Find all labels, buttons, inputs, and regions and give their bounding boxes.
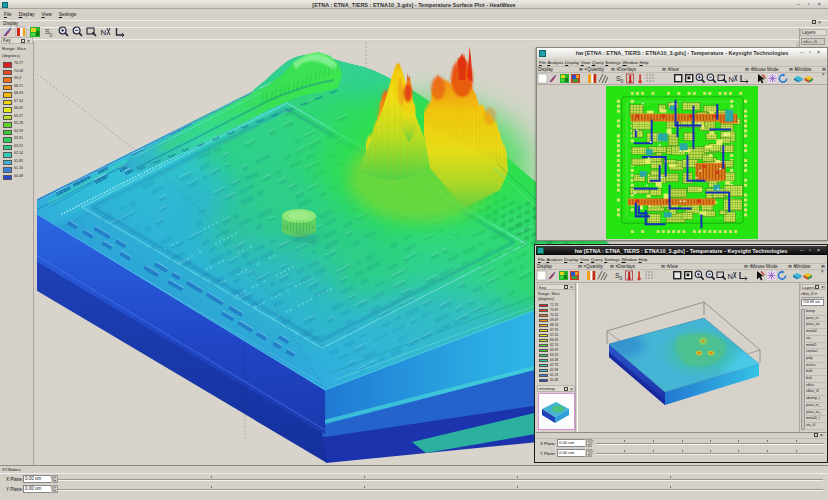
svg-text:N: N (729, 74, 734, 83)
svg-text:0: 0 (620, 78, 623, 84)
svg-text:0: 0 (619, 275, 622, 281)
svg-text:N: N (728, 271, 733, 280)
svg-text:0: 0 (50, 31, 53, 37)
svg-text:N: N (101, 28, 107, 37)
